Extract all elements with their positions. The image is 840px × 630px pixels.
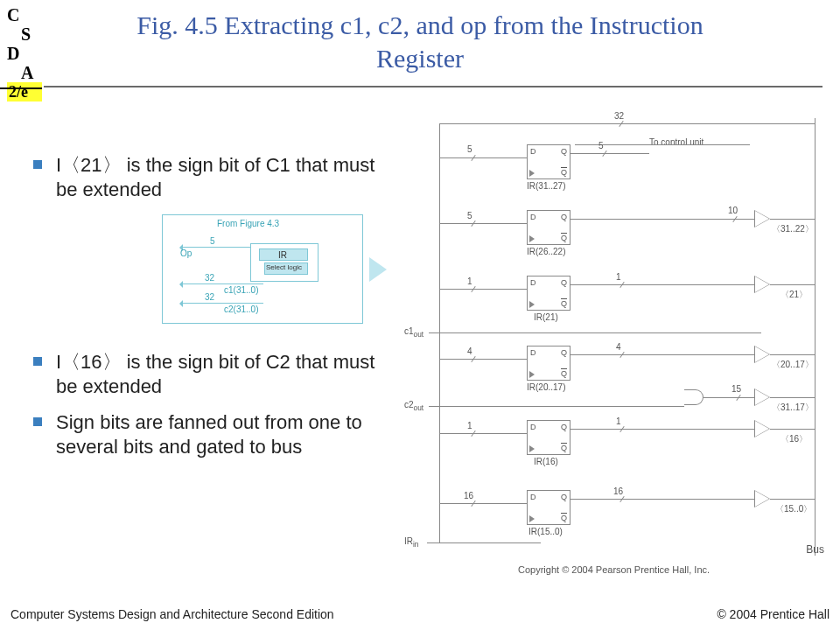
wire: [439, 158, 527, 158]
width-label: 1: [616, 272, 621, 282]
width-label: 1: [467, 421, 472, 430]
tristate-buffer-icon: [754, 346, 770, 363]
inset-caption: From Figure 4.3: [217, 219, 279, 228]
circuit-diagram: 32 To control unit 5 D Q Q IR(31..27) 5 …: [404, 118, 824, 573]
flipflop: D Q Q: [527, 210, 570, 245]
width-label: 10: [728, 206, 738, 215]
wire: [439, 433, 527, 434]
inset-arrow: [180, 284, 263, 284]
bullet-text: I〈16〉 is the sign bit of C2 that must be…: [56, 351, 374, 397]
tristate-buffer-icon: [754, 420, 770, 438]
ir-field-label: IR(15..0): [528, 527, 563, 536]
width-label: 5: [598, 141, 604, 150]
wire: [570, 219, 754, 220]
bit-range-label: 〈15..0〉: [775, 503, 812, 515]
wire: [570, 354, 754, 355]
ff-q: Q: [561, 348, 567, 357]
ff-qbar: Q: [561, 444, 567, 452]
ff-qbar: Q: [561, 299, 567, 308]
tristate-buffer-icon: [754, 490, 770, 508]
wire: [770, 499, 816, 500]
width-label: 1: [616, 416, 621, 426]
ff-qbar: Q: [561, 168, 567, 177]
logo-underline: [0, 88, 42, 89]
title-rule: [44, 86, 822, 88]
flipflop: D Q Q: [527, 346, 570, 381]
slide-title: Fig. 4.5 Extracting c1, c2, and op from …: [105, 9, 735, 74]
ir-field-label: IR(31..27): [527, 181, 565, 191]
ff-q: Q: [561, 147, 567, 156]
ir-field-label: IR(21): [534, 312, 558, 322]
or-gate-icon: [684, 389, 704, 405]
inset-w32: 32: [205, 292, 214, 302]
wire: [439, 503, 527, 504]
wire: [570, 429, 754, 430]
footer-left: Computer Systems Design and Architecture…: [10, 607, 334, 621]
c1out-label: c1out: [404, 326, 424, 339]
bullet-text: Sign bits are fanned out from one to sev…: [56, 411, 362, 458]
ff-d: D: [530, 423, 536, 431]
inset-figure: From Figure 4.3 IR Select logic 5 Op 32 …: [162, 214, 363, 324]
inset-arrow-icon: [369, 257, 387, 282]
width-label: 4: [467, 346, 472, 356]
bit-range-label: 〈21〉: [780, 289, 808, 301]
wire: [770, 219, 816, 220]
width-label: 16: [464, 491, 473, 500]
wire: [439, 359, 527, 360]
footer-right: © 2004 Prentice Hall: [717, 607, 830, 621]
bit-range-label: 〈31..22〉: [772, 223, 814, 235]
bullet-item: Sign bits are fanned out from one to sev…: [33, 410, 401, 458]
ff-d: D: [530, 278, 536, 287]
flipflop: D Q Q: [527, 276, 570, 311]
wire: [439, 123, 816, 124]
bit-range-label: 〈20..17〉: [772, 359, 814, 371]
ff-q: Q: [561, 493, 567, 501]
bullet-icon: [33, 417, 42, 426]
bus-wire: [815, 118, 816, 556]
inset-outer-box: [250, 243, 318, 282]
ff-q: Q: [561, 213, 567, 221]
width-label: 5: [467, 211, 472, 220]
logo-edition: 2/e: [7, 82, 42, 102]
width-label: 1: [467, 276, 472, 286]
wire: [704, 397, 754, 398]
width-label: 16: [613, 486, 623, 496]
diagram-copyright: Copyright © 2004 Pearson Prentice Hall, …: [518, 564, 710, 575]
width-label: 15: [732, 384, 741, 394]
ff-qbar: Q: [561, 234, 567, 242]
ff-d: D: [530, 348, 536, 357]
inset-op-label: Op: [180, 248, 192, 258]
wire: [439, 223, 527, 224]
logo-a: A: [7, 63, 42, 82]
wire: [570, 153, 649, 154]
wire: [427, 542, 541, 543]
ff-qbar: Q: [561, 514, 567, 522]
wire: [770, 284, 816, 285]
ff-d: D: [530, 493, 536, 501]
inset-arrow: [180, 303, 263, 304]
inset-arrow: [180, 247, 250, 248]
wire: [570, 499, 754, 500]
tristate-buffer-icon: [754, 210, 770, 228]
irin-label: IRin: [404, 536, 418, 549]
bit-range-label: 〈31..17〉: [772, 402, 814, 414]
ff-d: D: [530, 213, 536, 221]
to-control-label: To control unit: [649, 137, 704, 147]
wire: [770, 354, 816, 355]
flipflop: D Q Q: [527, 420, 570, 455]
inset-w32: 32: [205, 273, 214, 283]
bit-range-label: 〈16〉: [780, 433, 808, 445]
bullet-item: I〈21〉 is the sign bit of C1 that must be…: [33, 153, 401, 201]
wire: [770, 429, 816, 430]
ir-field-label: IR(26..22): [527, 247, 565, 256]
c2out-label: c2out: [404, 400, 424, 412]
logo-d: D: [7, 44, 42, 63]
logo-s: S: [7, 24, 42, 44]
width-label: 5: [467, 144, 472, 154]
ff-qbar: Q: [561, 369, 567, 378]
wire: [439, 289, 527, 290]
bullet-item: I〈16〉 is the sign bit of C2 that must be…: [33, 350, 401, 398]
ff-q: Q: [561, 278, 567, 287]
wire: [570, 284, 754, 285]
wire: [770, 397, 816, 398]
